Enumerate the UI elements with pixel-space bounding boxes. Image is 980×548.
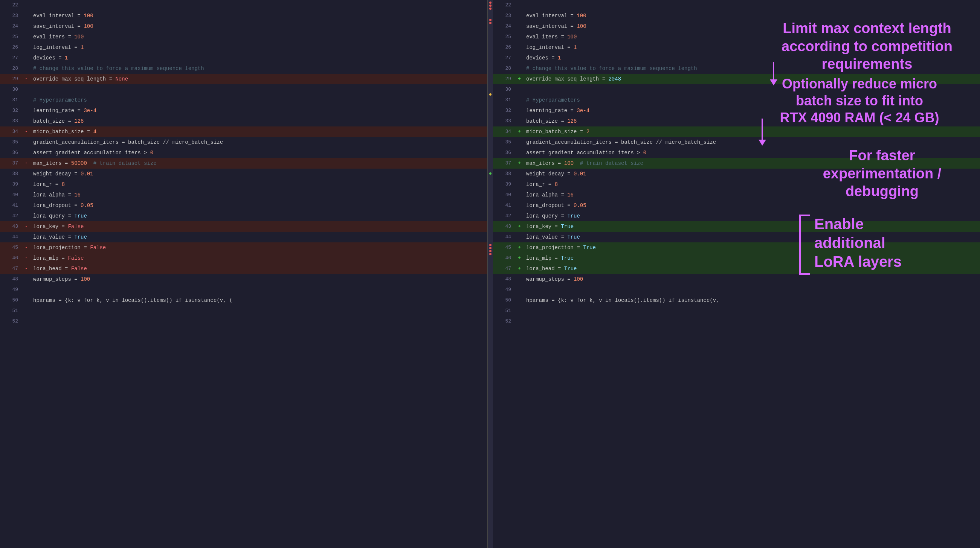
line-number: 30 [493,84,515,95]
sep-dot-red2 [489,5,492,7]
line-gutter [515,84,523,95]
code-line-38: 38weight_decay = 0.01 [0,168,487,179]
line-number: 29 [0,74,22,84]
annotation-3: For fasterexperimentation /debugging [792,147,972,201]
annotation-2: Optionally reduce microbatch size to fit… [746,75,972,126]
line-content: # Hyperparameters [30,95,487,105]
annotation-2-text: Optionally reduce microbatch size to fit… [746,75,972,126]
line-gutter [22,274,30,284]
line-gutter [515,0,523,11]
line-gutter [515,179,523,190]
left-pane: 2223eval_interval = 10024save_interval =… [0,0,488,548]
annotation-2-arrowhead [759,140,766,146]
line-number: 22 [493,0,515,11]
code-line-31: 31# Hyperparameters [0,95,487,105]
line-number: 43 [493,221,515,232]
line-number: 33 [493,116,515,127]
line-gutter: + [515,158,523,168]
line-gutter [22,306,30,316]
line-content: lora_r = 8 [30,179,487,190]
line-gutter [515,274,523,284]
line-content: batch_size = 128 [30,116,487,127]
sep-dot-red8 [489,250,492,252]
line-number: 48 [493,274,515,284]
line-gutter [22,284,30,295]
line-gutter [22,148,30,158]
line-number: 47 [493,264,515,274]
line-number: 31 [0,95,22,105]
line-number: 28 [0,63,22,74]
line-content: warmup_steps = 100 [30,274,487,284]
code-line-24: 24save_interval = 100 [0,21,487,32]
line-number: 34 [0,127,22,137]
code-line-39: 39lora_r = 8 [0,179,487,190]
code-line-51: 51 [0,306,487,316]
line-number: 35 [493,137,515,148]
code-line-37: 37-max_iters = 50000 # train dataset siz… [0,158,487,168]
line-content: lora_projection = False [30,242,487,253]
annotation-4-text: EnableadditionalLoRA layers [799,214,972,271]
line-content: hparams = {k: v for k, v in locals().ite… [30,295,487,306]
line-gutter: + [515,242,523,253]
line-gutter [515,316,523,327]
line-number: 49 [493,284,515,295]
line-gutter [515,42,523,53]
line-gutter [22,295,30,306]
line-gutter [22,316,30,327]
code-line-44: 44lora_value = True [0,232,487,242]
annotation-1-text: Limit max context lengthaccording to com… [762,19,972,73]
line-content: log_interval = 1 [30,42,487,53]
sep-dot-red [489,2,492,4]
line-number: 24 [0,21,22,32]
line-number: 38 [0,168,22,179]
code-line-42: 42lora_query = True [0,211,487,221]
line-gutter [22,168,30,179]
line-gutter [22,105,30,116]
code-line-36: 36assert gradient_accumulation_iters > 0 [0,148,487,158]
line-content: lora_alpha = 16 [30,190,487,200]
line-number: 36 [493,148,515,158]
line-gutter [515,137,523,148]
line-number: 44 [0,232,22,242]
line-number: 22 [0,0,22,11]
line-gutter: + [515,221,523,232]
line-gutter [22,232,30,242]
code-line-43: 43-lora_key = False [0,221,487,232]
code-line-40: 40lora_alpha = 16 [0,190,487,200]
line-number: 39 [493,179,515,190]
line-gutter: + [515,253,523,264]
line-gutter [22,42,30,53]
line-number: 34 [493,127,515,137]
line-number: 40 [493,190,515,200]
line-number: 35 [0,137,22,148]
line-gutter [22,32,30,42]
line-gutter [22,63,30,74]
line-gutter [22,137,30,148]
line-content: micro_batch_size = 4 [30,127,487,137]
line-number: 38 [493,168,515,179]
line-number: 26 [493,42,515,53]
line-content [30,284,487,295]
code-line-50: 50hparams = {k: v for k, v in locals().i… [0,295,487,306]
line-gutter [515,148,523,158]
code-line-52: 52 [0,316,487,327]
line-content [30,316,487,327]
line-gutter [22,179,30,190]
code-line-26: 26log_interval = 1 [0,42,487,53]
line-number: 46 [0,253,22,264]
line-gutter [515,306,523,316]
line-content: lora_head = False [30,264,487,274]
sep-dot-red9 [489,253,492,255]
line-gutter: - [22,127,30,137]
line-gutter: + [515,264,523,274]
line-number: 23 [493,11,515,21]
line-number: 42 [0,211,22,221]
sep-dot-yellow [489,93,492,95]
code-line-27: 27devices = 1 [0,53,487,63]
code-line-41: 41lora_dropout = 0.05 [0,200,487,211]
line-gutter: - [22,242,30,253]
sep-dot-red6 [489,244,492,246]
line-gutter [515,63,523,74]
line-content: eval_interval = 100 [30,11,487,21]
line-number: 30 [0,84,22,95]
